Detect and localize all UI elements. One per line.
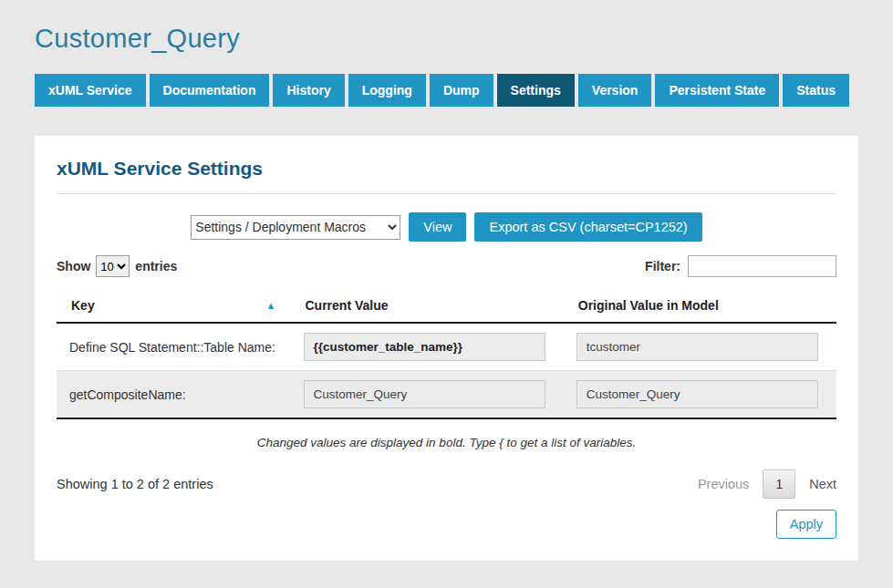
apply-row: Apply	[57, 510, 836, 539]
current-value-input[interactable]: Customer_Query	[304, 380, 545, 408]
page: Customer_Query xUML Service Documentatio…	[0, 0, 893, 561]
entries-label: entries	[135, 259, 177, 273]
macro-type-select[interactable]: Settings / Deployment Macros	[191, 215, 400, 240]
view-button[interactable]: View	[409, 212, 466, 242]
list-controls: Show 10 entries Filter:	[57, 255, 836, 277]
show-label: Show	[57, 259, 90, 273]
current-value-input[interactable]: {{customer_table_name}}	[304, 333, 545, 361]
original-value-field: tcustomer	[576, 333, 818, 361]
settings-panel: xUML Service Settings Settings / Deploym…	[35, 136, 858, 561]
filter-label: Filter:	[645, 259, 680, 273]
pagination-next[interactable]: Next	[809, 477, 836, 491]
tab-xuml-service[interactable]: xUML Service	[35, 74, 146, 107]
filter-input[interactable]	[688, 255, 836, 277]
apply-button[interactable]: Apply	[776, 510, 836, 539]
macro-controls: Settings / Deployment Macros View Export…	[57, 212, 836, 242]
settings-table: Key ▲ Current Value Original Value in Mo…	[57, 289, 836, 419]
pagination: Previous 1 Next	[698, 469, 836, 499]
export-csv-button[interactable]: Export as CSV (charset=CP1252)	[474, 212, 701, 242]
tab-version[interactable]: Version	[578, 74, 652, 107]
show-entries: Show 10 entries	[57, 255, 177, 277]
pagination-previous[interactable]: Previous	[698, 477, 749, 491]
tab-persistent-state[interactable]: Persistent State	[655, 74, 779, 107]
tab-logging[interactable]: Logging	[348, 74, 426, 107]
column-header-key-label: Key	[71, 298, 95, 313]
table-row: getCompositeName: Customer_Query Custome…	[57, 371, 836, 419]
pagination-page-1[interactable]: 1	[763, 469, 795, 499]
page-length-select[interactable]: 10	[96, 255, 130, 277]
row-key-label: getCompositeName:	[57, 371, 291, 419]
tab-dump[interactable]: Dump	[430, 74, 493, 107]
original-value-field: Customer_Query	[576, 380, 818, 408]
entries-summary: Showing 1 to 2 of 2 entries	[57, 477, 213, 491]
tab-history[interactable]: History	[273, 74, 344, 107]
column-header-original-value[interactable]: Original Value in Model	[564, 289, 836, 323]
filter-control: Filter:	[645, 255, 836, 277]
hint-text: Changed values are displayed in bold. Ty…	[57, 436, 836, 449]
row-key-label: Define SQL Statement::Table Name:	[57, 323, 291, 371]
page-title: Customer_Query	[35, 0, 858, 54]
table-header-row: Key ▲ Current Value Original Value in Mo…	[57, 289, 836, 323]
column-header-current-value[interactable]: Current Value	[291, 289, 564, 323]
panel-heading: xUML Service Settings	[57, 158, 836, 194]
table-footer: Showing 1 to 2 of 2 entries Previous 1 N…	[57, 469, 836, 499]
column-header-key[interactable]: Key ▲	[57, 289, 291, 323]
tab-settings[interactable]: Settings	[497, 74, 575, 107]
tab-documentation[interactable]: Documentation	[150, 74, 270, 107]
sort-ascending-icon: ▲	[266, 298, 276, 313]
tab-bar: xUML Service Documentation History Loggi…	[35, 74, 858, 107]
table-row: Define SQL Statement::Table Name: {{cust…	[57, 323, 836, 371]
tab-status[interactable]: Status	[783, 74, 849, 107]
